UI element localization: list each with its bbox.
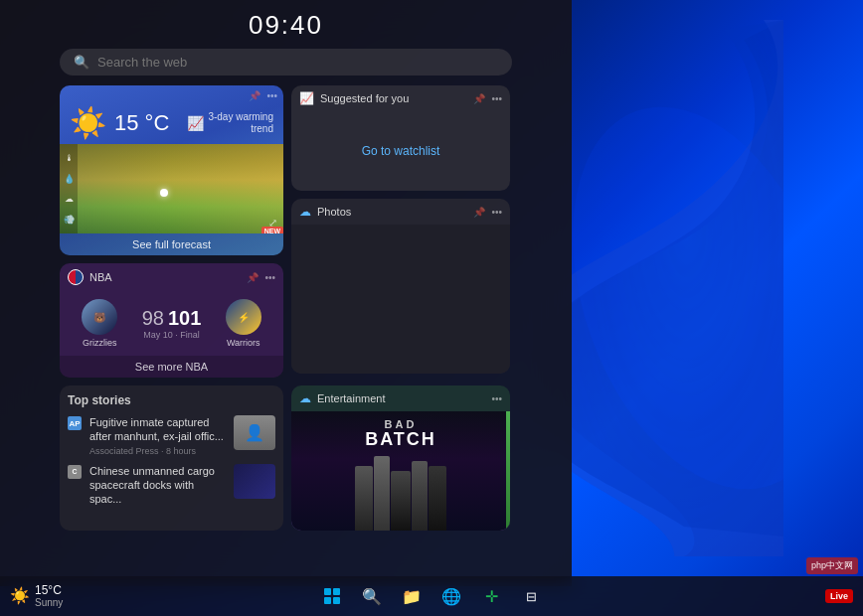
photos-icon: ☁ [299,205,311,219]
suggested-more-icon[interactable]: ••• [491,93,502,104]
taskbar-center: 🔍 📁 🌐 ✛ ⊟ [316,580,547,612]
weather-more-icon[interactable]: ••• [266,90,277,101]
score-block: 98 101 May 10 · Final [142,307,202,340]
news-title: Top stories [68,393,275,407]
taskbar-chrome-button[interactable]: 🌐 [435,580,467,612]
news-headline-1[interactable]: Fugitive inmate captured after manhunt, … [89,415,226,444]
entertainment-logo: BAD BATCH [365,419,436,448]
droplet-icon: 💧 [64,174,75,184]
news-thumb-1: 👤 [234,415,275,450]
taskbar-app-button[interactable]: ⊟ [515,580,547,612]
news-source-icon-2: C [68,465,82,479]
weather-map: 🌡 💧 ☁ 💨 ⤢ NEW [60,144,283,233]
weather-temp: 15 °C [114,110,169,136]
nba-title: NBA [89,271,241,283]
nba-pin-icon[interactable]: 📌 [247,272,259,283]
weather-sidebar: 🌡 💧 ☁ 💨 [60,144,78,233]
taskbar-explorer-icon: 📁 [402,587,422,606]
suggested-title: Suggested for you [320,92,467,104]
nba-widget: NBA 📌 ••• 🐻 Grizzlies 98 101 [60,263,283,378]
photos-more-icon[interactable]: ••• [491,207,502,218]
taskbar-spotify-button[interactable]: ✛ [475,580,507,612]
taskbar-left: ☀️ 15°C Sunny [10,583,63,609]
weather-pin-icon[interactable]: 📌 [249,90,260,101]
search-bar[interactable]: 🔍 [60,49,512,76]
taskbar: ☀️ 15°C Sunny 🔍 📁 [0,576,863,616]
suggested-trend-icon: 📈 [299,91,314,105]
taskbar-app-icon: ⊟ [526,589,537,604]
thermometer-icon: 🌡 [65,153,74,163]
news-thumb-space-icon [234,464,275,499]
news-thumb-2 [234,464,275,499]
news-text-2: Chinese unmanned cargo spacecraft docks … [89,464,226,509]
photos-header: ☁ Photos 📌 ••• [291,199,510,225]
wind-icon: 💨 [64,215,75,225]
taskbar-temp: 15°C [35,583,63,597]
warriors-block: ⚡ Warriors [226,299,261,348]
nba-more-icon[interactable]: ••• [264,272,275,283]
news-meta-1: Associated Press · 8 hours [89,446,226,456]
news-item-1: AP Fugitive inmate captured after manhun… [68,415,275,456]
score-team2: 101 [168,307,201,330]
php-watermark: php中文网 [806,557,858,574]
warriors-name: Warriors [227,338,260,348]
nba-score-area: 🐻 Grizzlies 98 101 May 10 · Final ⚡ [60,291,283,356]
entertainment-icon: ☁ [299,391,311,405]
weather-main: ☀️ 15 °C 📈 3-day warming trend [60,103,283,144]
taskbar-search-button[interactable]: 🔍 [356,580,388,612]
taskbar-right: Live [825,589,853,603]
live-badge[interactable]: Live [825,589,853,603]
taskbar-weather-icon: ☀️ [10,586,30,605]
grizzlies-logo: 🐻 [82,299,117,335]
news-headline-2[interactable]: Chinese unmanned cargo spacecraft docks … [89,464,226,507]
suggested-body: Go to watchlist [291,111,510,191]
nba-footer[interactable]: See more NBA [60,356,283,378]
news-text-1: Fugitive inmate captured after manhunt, … [89,415,226,456]
watchlist-button[interactable]: Go to watchlist [362,144,440,158]
taskbar-chrome-icon: 🌐 [441,587,461,606]
search-input[interactable] [97,55,498,70]
taskbar-explorer-button[interactable]: 📁 [396,580,428,612]
weather-header: 📌 ••• [60,85,283,103]
time-display: 09:40 [0,0,572,49]
bottom-widgets: Top stories AP Fugitive inmate captured … [0,385,572,531]
news-source-icon-1: AP [68,416,82,430]
cloud-icon: ☁ [65,194,74,204]
photos-widget: ☁ Photos 📌 ••• [291,199,510,374]
windows-logo [324,588,340,604]
score-team1: 98 [142,307,164,330]
suggested-widget: 📈 Suggested for you 📌 ••• Go to watchlis… [291,85,510,191]
start-button[interactable] [316,580,348,612]
weather-footer[interactable]: See full forecast [60,233,283,255]
news-widget: Top stories AP Fugitive inmate captured … [60,385,283,531]
warriors-logo: ⚡ [226,299,261,335]
entertainment-header: ☁ Entertainment ••• [291,385,510,411]
taskbar-condition: Sunny [35,597,63,609]
grizzlies-name: Grizzlies [83,338,117,348]
taskbar-spotify-icon: ✛ [485,587,498,606]
nba-header: NBA 📌 ••• [60,263,283,291]
weather-new-badge: NEW [261,227,283,233]
taskbar-weather[interactable]: ☀️ 15°C Sunny [10,583,63,609]
entertainment-widget: ☁ Entertainment ••• [291,385,510,531]
entertainment-image: BAD BATCH [291,411,510,531]
suggested-header: 📈 Suggested for you 📌 ••• [291,85,510,111]
photos-pin-icon[interactable]: 📌 [473,207,485,218]
trend-icon: 📈 [187,115,204,131]
desktop: 09:40 🔍 📌 ••• ☀️ 15 °C [0,0,863,616]
taskbar-search-icon: 🔍 [362,587,382,606]
score-date: May 10 · Final [142,330,202,340]
suggested-pin-icon[interactable]: 📌 [473,93,485,104]
entertainment-more-icon[interactable]: ••• [491,393,502,404]
widget-panel: 09:40 🔍 📌 ••• ☀️ 15 °C [0,0,572,586]
weather-sun-icon: ☀️ [70,105,106,140]
grizzlies-block: 🐻 Grizzlies [82,299,117,348]
photos-body [291,225,510,374]
news-item-2: C Chinese unmanned cargo spacecraft dock… [68,464,275,509]
entertainment-title: Entertainment [317,392,485,404]
nba-logo-icon [68,269,84,285]
photos-title: Photos [317,206,467,218]
news-thumb-person-icon: 👤 [234,415,275,450]
taskbar-weather-text: 15°C Sunny [35,583,63,609]
weather-widget: 📌 ••• ☀️ 15 °C 📈 3-day warming trend [60,85,283,255]
